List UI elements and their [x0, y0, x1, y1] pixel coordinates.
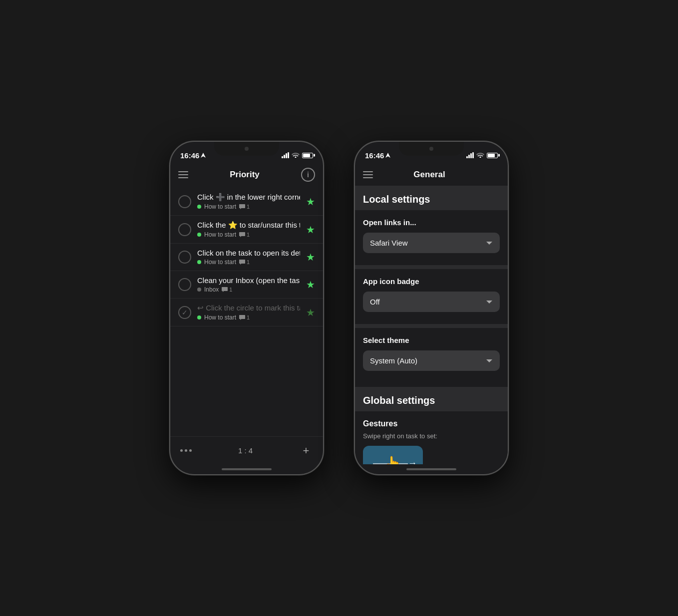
signal-icon-right: [466, 152, 474, 158]
task-list: Click ➕ in the lower right corner t... H…: [170, 186, 323, 436]
star-button-3[interactable]: ★: [306, 251, 315, 263]
select-theme-group: Select theme System (Auto): [355, 328, 508, 383]
gestures-group: Gestures Swipe right on task to set: 👆 →: [355, 411, 508, 464]
task-meta-5: How to start 1: [197, 314, 300, 321]
divider-2: [355, 324, 508, 328]
app-icon-badge-dropdown[interactable]: Off: [363, 292, 500, 312]
task-title-3: Click on the task to open its details...: [197, 249, 300, 257]
tag-dot-4: [197, 288, 201, 292]
svg-marker-0: [201, 153, 206, 158]
task-meta-1: How to start 1: [197, 203, 300, 210]
star-button-1[interactable]: ★: [306, 196, 315, 208]
pagination-text: 1 : 4: [238, 446, 253, 455]
svg-marker-1: [385, 153, 390, 158]
menu-button[interactable]: [178, 171, 188, 178]
tag-label-4: Inbox: [204, 286, 219, 293]
task-title-2: Click the ⭐ to star/unstar this tas...: [197, 221, 300, 230]
camera-dot: [245, 147, 249, 151]
status-icons-right: [466, 152, 498, 159]
comment-icon-1: 1: [239, 204, 250, 210]
open-links-value: Safari View: [370, 239, 408, 247]
battery-icon-right: [487, 153, 498, 158]
task-checkbox-4[interactable]: [178, 278, 191, 291]
gestures-sub-label: Swipe right on task to set:: [363, 432, 500, 440]
add-task-button[interactable]: +: [299, 444, 313, 458]
global-settings-header: Global settings: [355, 387, 508, 411]
select-theme-label: Select theme: [363, 336, 500, 344]
notch-left: [214, 142, 279, 156]
task-content-3: Click on the task to open its details...…: [197, 249, 300, 266]
wifi-icon-right: [476, 152, 484, 159]
app-icon-badge-value: Off: [370, 298, 380, 306]
swipe-hand-icon: 👆: [384, 455, 402, 465]
select-theme-dropdown[interactable]: System (Auto): [363, 350, 500, 371]
page-title-left: Priority: [230, 170, 260, 180]
star-button-4[interactable]: ★: [306, 279, 315, 291]
screen-right: 16:46: [355, 142, 508, 474]
nav-bar-left: Priority i: [170, 164, 323, 186]
battery-icon: [302, 153, 313, 158]
local-settings-header: Local settings: [355, 186, 508, 210]
task-title-4: Clean your Inbox (open the task fo...: [197, 276, 300, 285]
open-links-label: Open links in...: [363, 218, 500, 227]
task-meta-2: How to start 1: [197, 231, 300, 238]
location-arrow-icon-right: [385, 153, 390, 158]
swipe-gesture-illustration: 👆 →: [363, 446, 423, 464]
menu-button-right[interactable]: [363, 171, 373, 178]
task-item-4[interactable]: Clean your Inbox (open the task fo... In…: [170, 271, 323, 299]
chevron-down-icon-2: [486, 300, 493, 304]
tag-dot-2: [197, 233, 201, 237]
task-title-1: Click ➕ in the lower right corner t...: [197, 193, 300, 202]
select-theme-value: System (Auto): [370, 356, 417, 365]
tag-label-5: How to start: [204, 314, 236, 321]
status-icons-left: [282, 152, 313, 159]
tag-label-2: How to start: [204, 231, 236, 238]
task-checkbox-3[interactable]: [178, 251, 191, 264]
chevron-down-icon-3: [486, 359, 493, 363]
gestures-label: Gestures: [363, 419, 500, 428]
task-item-3[interactable]: Click on the task to open its details...…: [170, 244, 323, 271]
tag-label-1: How to start: [204, 203, 236, 210]
phone-left: 16:46: [169, 141, 324, 475]
task-meta-3: How to start 1: [197, 259, 300, 266]
dots-menu-button[interactable]: [180, 449, 192, 452]
task-checkbox-2[interactable]: [178, 223, 191, 236]
tag-label-3: How to start: [204, 259, 236, 266]
open-links-dropdown[interactable]: Safari View: [363, 233, 500, 253]
star-button-2[interactable]: ★: [306, 224, 315, 236]
task-item-1[interactable]: Click ➕ in the lower right corner t... H…: [170, 188, 323, 216]
page-title-right: General: [413, 170, 445, 180]
open-links-group: Open links in... Safari View: [355, 210, 508, 265]
app-icon-badge-group: App icon badge Off: [355, 269, 508, 324]
task-item-5[interactable]: ✓ ↩ Click the circle to mark this tas...…: [170, 299, 323, 326]
comment-icon-3: 1: [239, 259, 250, 265]
task-content-2: Click the ⭐ to star/unstar this tas... H…: [197, 221, 300, 238]
task-title-5: ↩ Click the circle to mark this tas...: [197, 304, 300, 312]
bottom-bar-left: 1 : 4 +: [170, 436, 323, 464]
task-content-4: Clean your Inbox (open the task fo... In…: [197, 276, 300, 293]
task-meta-4: Inbox 1: [197, 286, 300, 293]
chevron-down-icon-1: [486, 241, 493, 245]
status-time-left: 16:46: [180, 151, 206, 160]
swipe-arrow-icon: →: [408, 458, 417, 465]
wifi-icon: [292, 152, 300, 159]
comment-icon-2: 1: [239, 232, 250, 238]
home-indicator-left: [170, 464, 323, 474]
tag-dot-3: [197, 260, 201, 264]
star-button-5[interactable]: ★: [306, 307, 315, 318]
notch-right: [399, 142, 464, 156]
task-content-1: Click ➕ in the lower right corner t... H…: [197, 193, 300, 210]
info-button[interactable]: i: [301, 168, 315, 182]
camera-dot-right: [429, 147, 433, 151]
location-arrow-icon: [201, 153, 206, 158]
task-item-2[interactable]: Click the ⭐ to star/unstar this tas... H…: [170, 216, 323, 244]
status-time-right: 16:46: [365, 151, 390, 160]
home-indicator-right: [355, 464, 508, 474]
app-icon-badge-label: App icon badge: [363, 277, 500, 286]
task-checkbox-5[interactable]: ✓: [178, 306, 191, 319]
signal-icon: [282, 152, 289, 158]
task-checkbox-1[interactable]: [178, 195, 191, 208]
divider-1: [355, 265, 508, 269]
nav-bar-right: General: [355, 164, 508, 186]
comment-icon-5: 1: [239, 314, 250, 320]
